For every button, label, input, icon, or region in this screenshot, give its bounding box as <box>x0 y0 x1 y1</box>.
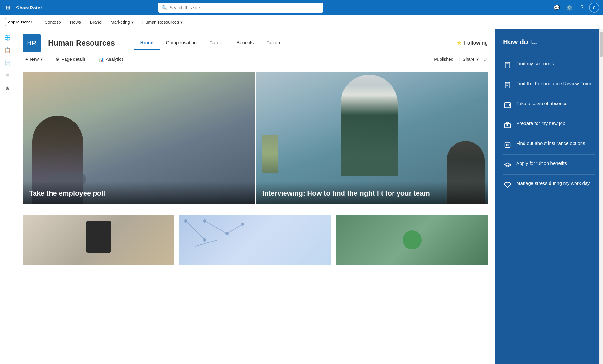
how-do-item-1[interactable]: Find the Performance Review Form <box>503 75 595 95</box>
insurance-text: Find out about insurance options <box>516 140 585 147</box>
how-do-item-4[interactable]: Find out about insurance options <box>503 135 595 155</box>
following-label: Following <box>464 40 488 46</box>
sidebar-list-icon[interactable]: ≡ <box>2 70 13 81</box>
new-job-icon <box>503 121 512 129</box>
hero-card-2-overlay: Interviewing: How to find the right fit … <box>256 181 488 204</box>
site-tabs: Home Compensation Career Benefits Cultur… <box>133 35 289 51</box>
how-do-item-2[interactable]: Take a leave of absence <box>503 95 595 115</box>
svg-line-3 <box>195 240 217 246</box>
leave-absence-icon <box>503 101 512 110</box>
hero-card-1[interactable]: Take the employee poll <box>23 72 255 204</box>
site-logo: HR <box>23 34 41 52</box>
share-icon: ↑ <box>459 57 461 62</box>
svg-point-18 <box>506 144 508 146</box>
topbar-actions: 💬 ⚙️ ? C <box>551 2 599 13</box>
content-area: HR Human Resources Home Compensation Car… <box>15 29 495 364</box>
hero-card-1-title: Take the employee poll <box>29 189 248 198</box>
tab-culture[interactable]: Culture <box>260 36 288 50</box>
plus-icon: + <box>25 57 28 62</box>
wellness-icon <box>503 180 512 189</box>
tuition-icon <box>503 160 512 169</box>
sidebar-pages-icon[interactable]: 📋 <box>2 44 13 56</box>
apps-grid-icon[interactable]: ⊞ <box>4 2 12 13</box>
analytics-button[interactable]: 📊 Analytics <box>96 55 126 63</box>
hero-card-2-title: Interviewing: How to find the right fit … <box>262 189 482 198</box>
svg-line-1 <box>205 221 227 234</box>
insurance-icon <box>503 141 512 149</box>
search-input[interactable] <box>158 3 323 13</box>
new-button[interactable]: + New ▾ <box>23 55 45 63</box>
site-nav-items: Contoso News Brand Marketing ▾ Human Res… <box>40 15 187 29</box>
right-panel: How do I... Find my tax forms <box>495 29 603 364</box>
site-nav-item-marketing[interactable]: Marketing ▾ <box>106 15 138 29</box>
tab-home[interactable]: Home <box>134 36 160 50</box>
site-nav-item-brand[interactable]: Brand <box>85 15 106 29</box>
hr-chevron-icon: ▾ <box>180 20 183 25</box>
how-do-item-5[interactable]: Apply for tuition benefits <box>503 155 595 175</box>
app-launcher-button[interactable]: App launcher <box>5 18 35 26</box>
svg-point-7 <box>225 232 229 235</box>
analytics-icon: 📊 <box>98 57 104 62</box>
thumbnail-grid <box>23 215 488 265</box>
page-details-button[interactable]: ⚙ Page details <box>53 55 88 63</box>
performance-review-icon <box>503 81 512 90</box>
site-nav-item-hr[interactable]: Human Resources ▾ <box>138 15 187 29</box>
site-nav-item-news[interactable]: News <box>66 15 85 29</box>
new-job-text: Prepare for my new job <box>516 120 565 127</box>
sidebar-globe-icon[interactable]: 🌐 <box>2 32 13 43</box>
search-icon: 🔍 <box>161 5 167 10</box>
thumb-card-2[interactable] <box>179 215 331 265</box>
published-status: Published <box>434 57 454 62</box>
thumb-card-3[interactable] <box>336 215 488 265</box>
new-chevron-icon: ▾ <box>41 57 43 62</box>
hero-grid: Take the employee poll Interviewing: Ho <box>23 72 488 204</box>
avatar[interactable]: C <box>589 3 599 13</box>
scrollbar-track <box>599 29 603 364</box>
how-do-item-6[interactable]: Manage stress during my work day <box>503 175 595 194</box>
expand-button[interactable]: ⤢ <box>484 56 488 62</box>
settings-icon-button[interactable]: ⚙️ <box>564 2 575 13</box>
toolbar: + New ▾ ⚙ Page details 📊 Analytics Publi… <box>15 52 495 66</box>
site-header: HR Human Resources Home Compensation Car… <box>15 29 495 52</box>
site-title: Human Resources <box>48 39 115 47</box>
hero-card-1-overlay: Take the employee poll <box>23 181 255 204</box>
share-button[interactable]: ↑ Share ▾ <box>459 57 479 62</box>
tax-forms-text: Find my tax forms <box>516 60 554 67</box>
svg-point-5 <box>203 238 206 242</box>
tab-compensation[interactable]: Compensation <box>160 36 203 50</box>
wellness-text: Manage stress during my work day <box>516 180 590 186</box>
scrollbar-thumb[interactable] <box>600 32 603 57</box>
left-sidebar: 🌐 📋 📄 ≡ ⊕ <box>0 29 15 364</box>
svg-point-17 <box>507 124 508 126</box>
marketing-chevron-icon: ▾ <box>131 20 134 25</box>
star-icon: ★ <box>456 40 462 47</box>
leave-absence-text: Take a leave of absence <box>516 100 568 107</box>
how-do-item-3[interactable]: Prepare for my new job <box>503 115 595 135</box>
tab-benefits[interactable]: Benefits <box>230 36 260 50</box>
svg-line-0 <box>186 221 205 240</box>
tuition-text: Apply for tuition benefits <box>516 160 567 166</box>
gear-icon: ⚙ <box>55 57 60 62</box>
tab-career[interactable]: Career <box>203 36 230 50</box>
svg-point-4 <box>184 219 187 223</box>
share-chevron-icon: ▾ <box>476 57 479 62</box>
hero-card-2[interactable]: Interviewing: How to find the right fit … <box>256 72 488 204</box>
thumb-card-1[interactable] <box>23 215 174 265</box>
tax-forms-icon <box>503 61 512 70</box>
thumbnail-section <box>15 210 495 270</box>
site-nav-item-contoso[interactable]: Contoso <box>40 15 66 29</box>
chat-icon-button[interactable]: 💬 <box>551 2 562 13</box>
hero-section: Take the employee poll Interviewing: Ho <box>15 66 495 210</box>
following-button[interactable]: ★ Following <box>456 40 488 47</box>
sidebar-add-icon[interactable]: ⊕ <box>2 82 13 94</box>
performance-review-text: Find the Performance Review Form <box>516 80 591 87</box>
svg-line-2 <box>227 224 243 234</box>
app-name: SharePoint <box>16 5 42 10</box>
svg-point-6 <box>203 219 206 223</box>
how-do-item-0[interactable]: Find my tax forms <box>503 55 595 75</box>
toolbar-right: Published ↑ Share ▾ ⤢ <box>434 56 488 62</box>
svg-point-8 <box>241 223 244 226</box>
sidebar-document-icon[interactable]: 📄 <box>2 57 13 68</box>
help-icon-button[interactable]: ? <box>576 2 588 13</box>
topbar: ⊞ SharePoint 🔍 💬 ⚙️ ? C <box>0 0 603 15</box>
